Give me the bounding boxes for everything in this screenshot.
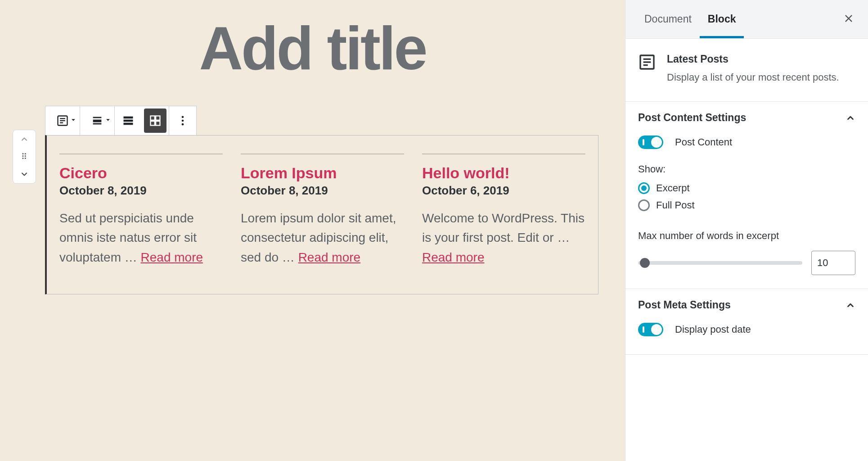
max-words-input[interactable]: 10 [811,251,855,275]
tab-document[interactable]: Document [636,0,700,38]
svg-point-16 [182,123,184,126]
drag-icon: ⠿ [21,153,28,161]
alignment-button[interactable] [80,106,114,135]
read-more-link[interactable]: Read more [298,250,361,264]
svg-rect-10 [151,116,155,120]
sidebar-tabs: Document Block [625,0,868,39]
read-more-link[interactable]: Read more [422,250,485,264]
svg-rect-7 [124,117,133,119]
block-info-title: Latest Posts [667,53,839,65]
read-more-link[interactable]: Read more [141,250,203,264]
block-info-description: Display a list of your most recent posts… [667,70,839,85]
panel-post-content-settings: Post Content Settings Post Content Show:… [625,102,868,289]
svg-rect-13 [156,121,160,125]
close-icon [844,14,854,23]
grid-view-button[interactable] [144,108,166,133]
post-item: Hello world! October 6, 2019 Welcome to … [422,154,585,267]
dropdown-caret-icon [71,118,76,123]
section-toggle-meta-settings[interactable]: Post Meta Settings [625,289,868,321]
post-excerpt: Welcome to WordPress. This is your first… [422,208,585,267]
chevron-up-icon [846,113,855,123]
radio-excerpt-label: Excerpt [656,182,690,194]
block-info-panel: Latest Posts Display a list of your most… [625,39,868,102]
move-up-button[interactable] [13,130,36,148]
section-heading: Post Meta Settings [638,299,731,311]
toggle-display-post-date[interactable] [638,323,663,336]
post-divider [241,154,404,154]
chevron-down-icon [20,170,29,179]
list-view-button[interactable] [115,106,142,135]
post-date: October 6, 2019 [422,184,585,198]
post-title[interactable]: Hello world! [422,164,585,182]
svg-point-15 [182,120,184,122]
radio-excerpt[interactable]: Excerpt [638,180,855,197]
svg-rect-12 [151,121,155,125]
section-toggle-content-settings[interactable]: Post Content Settings [625,102,868,134]
svg-rect-8 [124,120,133,122]
drag-handle[interactable]: ⠿ [13,148,36,165]
editor-canvas: Add title ⠿ [0,0,625,461]
post-item: Lorem Ipsum October 8, 2019 Lorem ipsum … [241,154,404,267]
svg-rect-11 [156,116,160,120]
latest-posts-icon [56,114,69,127]
show-label: Show: [625,162,868,180]
move-down-button[interactable] [13,165,36,183]
more-vertical-icon [176,114,189,127]
section-heading: Post Content Settings [638,112,746,124]
post-title[interactable]: Lorem Ipsum [241,164,404,182]
dropdown-caret-icon [105,118,111,123]
panel-post-meta-settings: Post Meta Settings Display post date [625,289,868,355]
list-view-icon [122,114,135,127]
close-sidebar-button[interactable] [840,9,857,29]
block-toolbar [45,106,197,136]
radio-full-post-label: Full Post [656,199,695,211]
post-title[interactable]: Cicero [59,164,223,182]
block-mover: ⠿ [13,130,36,184]
toggle-label: Post Content [675,136,732,148]
radio-icon [638,182,650,194]
posts-grid: Cicero October 8, 2019 Sed ut perspiciat… [59,154,585,267]
post-item: Cicero October 8, 2019 Sed ut perspiciat… [59,154,223,267]
latest-posts-icon [638,53,656,71]
radio-full-post[interactable]: Full Post [638,197,855,214]
post-divider [59,154,223,154]
align-full-icon [91,114,103,127]
chevron-up-icon [846,300,855,310]
chevron-up-icon [20,135,29,144]
post-title-input[interactable]: Add title [0,0,625,106]
latest-posts-block[interactable]: Cicero October 8, 2019 Sed ut perspiciat… [45,135,598,294]
post-date: October 8, 2019 [241,184,404,198]
svg-point-14 [182,116,184,118]
svg-rect-9 [124,123,133,125]
post-date: October 8, 2019 [59,184,223,198]
max-words-label: Max number of words in excerpt [625,228,868,246]
post-divider [422,154,585,154]
post-excerpt: Lorem ipsum dolor sit amet, consectetur … [241,208,404,267]
max-words-slider[interactable] [638,261,802,265]
tab-block[interactable]: Block [700,0,744,38]
toggle-post-content[interactable] [638,136,663,149]
settings-sidebar: Document Block Latest Posts Display a li… [625,0,868,461]
more-options-button[interactable] [169,106,196,135]
svg-rect-5 [93,120,102,122]
radio-icon [638,199,650,211]
block-switcher-button[interactable] [45,106,80,135]
toggle-label: Display post date [675,324,751,335]
post-excerpt: Sed ut perspiciatis unde omnis iste natu… [59,208,223,267]
grid-view-icon [149,114,162,127]
